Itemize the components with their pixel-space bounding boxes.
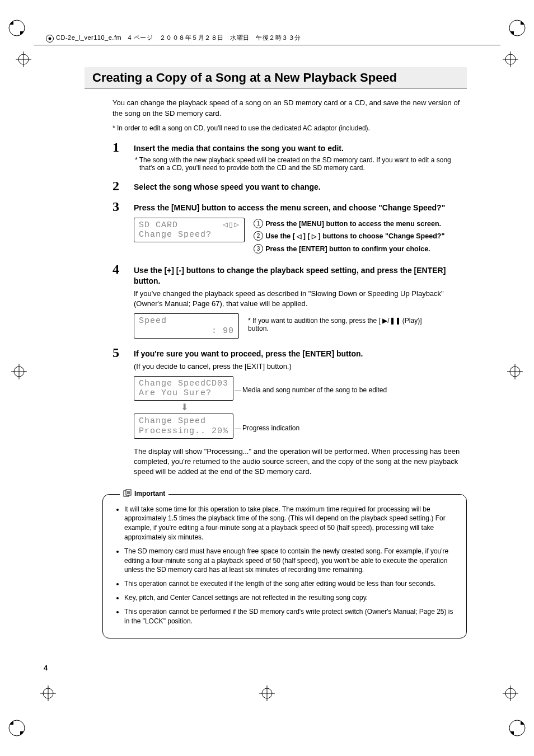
intro-text: You can change the playback speed of a s… [113, 98, 467, 119]
step-1: 1 Insert the media that contains the son… [113, 143, 467, 172]
substep-text: Use the [ [265, 232, 297, 240]
registration-mark-icon [506, 717, 528, 739]
lcd-caption: Media and song number of the song to be … [242, 386, 387, 394]
circled-1-icon: 1 [254, 219, 263, 228]
important-label-text: Important [134, 490, 165, 497]
audition-note: * If you want to audition the song, pres… [248, 313, 433, 332]
step-number: 4 [113, 262, 119, 277]
step-number: 2 [113, 179, 119, 194]
step-heading: Select the song whose speed you want to … [134, 182, 467, 192]
header-divider [34, 45, 500, 45]
step-heading: Use the [+] [-] buttons to change the pl… [134, 265, 467, 287]
lcd-display: Change SpeedCD03 Are You Sure? [134, 376, 233, 401]
crosshair-icon [507, 364, 523, 379]
circled-2-icon: 2 [254, 231, 263, 241]
crosshair-icon [503, 685, 518, 701]
crosshair-icon [503, 51, 518, 67]
intro-note: * In order to edit a song on CD, you'll … [113, 124, 467, 133]
important-item: Key, pitch, and Center Cancel settings a… [124, 593, 455, 603]
important-item: The SD memory card must have enough free… [124, 547, 455, 575]
step-number: 1 [113, 140, 119, 155]
step-body: If you've changed the playback speed as … [134, 289, 467, 309]
substep-text: ] buttons to choose "Change Speed?" [316, 232, 444, 240]
down-arrow-icon: ⬇ [134, 402, 235, 412]
step-heading: Insert the media that contains the song … [134, 143, 467, 154]
important-item: It will take some time for this operatio… [124, 505, 455, 542]
right-triangle-icon: ▷ [312, 231, 316, 242]
crosshair-icon [40, 685, 56, 701]
important-item: This operation cannot be performed if th… [124, 607, 455, 626]
registration-mark-icon [6, 17, 28, 39]
print-header-line: CD-2e_l_ver110_e.fm 4 ページ ２００８年５月２８日 水曜日… [56, 34, 301, 42]
substep-text: ] [ [301, 232, 312, 240]
lcd-caption: Progress indication [242, 424, 299, 432]
lcd-display: Speed : 90 [134, 313, 239, 339]
step-4: 4 Use the [+] [-] buttons to change the … [113, 265, 467, 339]
step-after-text: The display will show "Processing..." an… [134, 447, 467, 477]
lcd-display: Change Speed Processing.. 20% [134, 414, 233, 439]
important-label: Important [120, 489, 168, 499]
step-3: 3 Press the [MENU] button to access the … [113, 203, 467, 255]
crosshair-icon [259, 685, 275, 701]
step-2: 2 Select the song whose speed you want t… [113, 182, 467, 192]
crosshair-icon [11, 364, 27, 379]
pages-icon [123, 489, 132, 499]
important-item: This operation cannot be executed if the… [124, 579, 455, 589]
section-title: Creating a Copy of a Song at a New Playb… [85, 67, 467, 89]
important-list: It will take some time for this operatio… [114, 505, 455, 626]
substeps: 1Press the [MENU] button to access the m… [254, 218, 444, 256]
registration-mark-icon [6, 717, 28, 739]
step-5: 5 If you're sure you want to proceed, pr… [113, 349, 467, 477]
lcd-display: SD CARD ◁▯▷ Change Speed? [134, 218, 245, 243]
step-heading: If you're sure you want to proceed, pres… [134, 349, 467, 359]
important-box: Important It will take some time for thi… [102, 494, 467, 639]
step-heading: Press the [MENU] button to access the me… [134, 203, 467, 213]
step-note: * The song with the new playback speed w… [134, 156, 467, 172]
crosshair-icon [16, 51, 31, 67]
steps-list: 1 Insert the media that contains the son… [113, 143, 467, 477]
circled-3-icon: 3 [254, 244, 263, 253]
registration-mark-icon [506, 17, 528, 39]
intro-block: You can change the playback speed of a s… [113, 98, 467, 133]
step-number: 5 [113, 345, 119, 360]
page-number: 4 [44, 664, 48, 672]
substep-text: Press the [MENU] button to access the me… [265, 220, 441, 228]
step-subbody: (If you decide to cancel, press the [EXI… [134, 361, 467, 372]
page-content: Creating a Copy of a Song at a New Playb… [87, 67, 467, 638]
substep-text: Press the [ENTER] button to confirm your… [265, 245, 430, 253]
step-number: 3 [113, 199, 119, 214]
